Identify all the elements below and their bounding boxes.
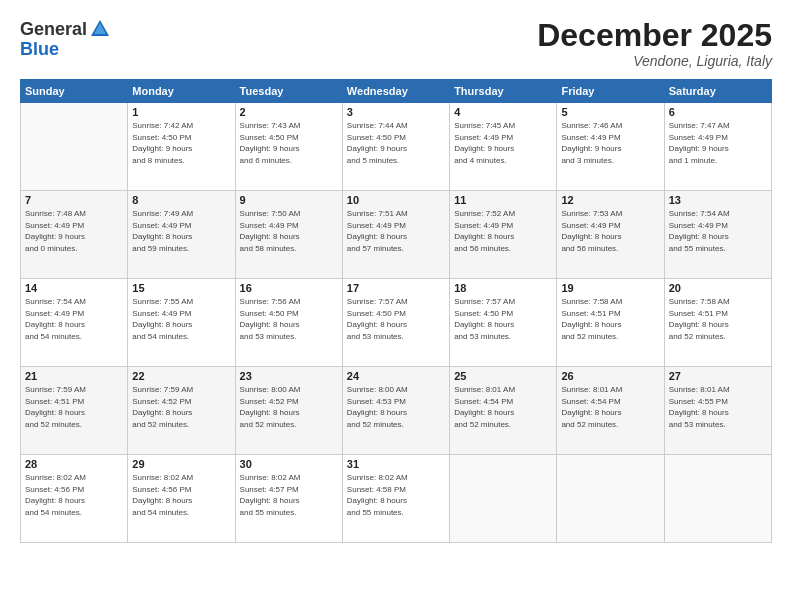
day-info: Sunrise: 7:54 AM Sunset: 4:49 PM Dayligh…	[25, 296, 123, 342]
day-number: 7	[25, 194, 123, 206]
day-info: Sunrise: 7:58 AM Sunset: 4:51 PM Dayligh…	[669, 296, 767, 342]
day-number: 16	[240, 282, 338, 294]
table-row: 12Sunrise: 7:53 AM Sunset: 4:49 PM Dayli…	[557, 191, 664, 279]
day-info: Sunrise: 7:58 AM Sunset: 4:51 PM Dayligh…	[561, 296, 659, 342]
day-info: Sunrise: 7:54 AM Sunset: 4:49 PM Dayligh…	[669, 208, 767, 254]
table-row: 23Sunrise: 8:00 AM Sunset: 4:52 PM Dayli…	[235, 367, 342, 455]
day-info: Sunrise: 7:52 AM Sunset: 4:49 PM Dayligh…	[454, 208, 552, 254]
day-number: 3	[347, 106, 445, 118]
table-row: 13Sunrise: 7:54 AM Sunset: 4:49 PM Dayli…	[664, 191, 771, 279]
table-row: 16Sunrise: 7:56 AM Sunset: 4:50 PM Dayli…	[235, 279, 342, 367]
day-number: 17	[347, 282, 445, 294]
calendar-row: 7Sunrise: 7:48 AM Sunset: 4:49 PM Daylig…	[21, 191, 772, 279]
day-info: Sunrise: 7:57 AM Sunset: 4:50 PM Dayligh…	[454, 296, 552, 342]
day-number: 30	[240, 458, 338, 470]
day-info: Sunrise: 8:02 AM Sunset: 4:56 PM Dayligh…	[132, 472, 230, 518]
calendar-row: 28Sunrise: 8:02 AM Sunset: 4:56 PM Dayli…	[21, 455, 772, 543]
day-number: 18	[454, 282, 552, 294]
table-row: 14Sunrise: 7:54 AM Sunset: 4:49 PM Dayli…	[21, 279, 128, 367]
table-row: 6Sunrise: 7:47 AM Sunset: 4:49 PM Daylig…	[664, 103, 771, 191]
day-info: Sunrise: 7:51 AM Sunset: 4:49 PM Dayligh…	[347, 208, 445, 254]
day-info: Sunrise: 7:59 AM Sunset: 4:51 PM Dayligh…	[25, 384, 123, 430]
day-number: 26	[561, 370, 659, 382]
day-info: Sunrise: 8:00 AM Sunset: 4:52 PM Dayligh…	[240, 384, 338, 430]
logo: General Blue	[20, 18, 111, 58]
table-row: 4Sunrise: 7:45 AM Sunset: 4:49 PM Daylig…	[450, 103, 557, 191]
weekday-header-row: Sunday Monday Tuesday Wednesday Thursday…	[21, 80, 772, 103]
header: General Blue December 2025 Vendone, Ligu…	[20, 18, 772, 69]
day-info: Sunrise: 8:02 AM Sunset: 4:56 PM Dayligh…	[25, 472, 123, 518]
location: Vendone, Liguria, Italy	[537, 53, 772, 69]
day-number: 23	[240, 370, 338, 382]
day-info: Sunrise: 7:55 AM Sunset: 4:49 PM Dayligh…	[132, 296, 230, 342]
table-row: 28Sunrise: 8:02 AM Sunset: 4:56 PM Dayli…	[21, 455, 128, 543]
day-number: 5	[561, 106, 659, 118]
header-saturday: Saturday	[664, 80, 771, 103]
table-row: 5Sunrise: 7:46 AM Sunset: 4:49 PM Daylig…	[557, 103, 664, 191]
day-info: Sunrise: 7:50 AM Sunset: 4:49 PM Dayligh…	[240, 208, 338, 254]
day-info: Sunrise: 7:59 AM Sunset: 4:52 PM Dayligh…	[132, 384, 230, 430]
table-row: 17Sunrise: 7:57 AM Sunset: 4:50 PM Dayli…	[342, 279, 449, 367]
calendar: Sunday Monday Tuesday Wednesday Thursday…	[20, 79, 772, 543]
day-number: 10	[347, 194, 445, 206]
table-row: 26Sunrise: 8:01 AM Sunset: 4:54 PM Dayli…	[557, 367, 664, 455]
day-number: 25	[454, 370, 552, 382]
calendar-row: 21Sunrise: 7:59 AM Sunset: 4:51 PM Dayli…	[21, 367, 772, 455]
table-row: 25Sunrise: 8:01 AM Sunset: 4:54 PM Dayli…	[450, 367, 557, 455]
day-number: 20	[669, 282, 767, 294]
logo-icon	[89, 18, 111, 40]
day-info: Sunrise: 7:57 AM Sunset: 4:50 PM Dayligh…	[347, 296, 445, 342]
day-info: Sunrise: 7:47 AM Sunset: 4:49 PM Dayligh…	[669, 120, 767, 166]
table-row: 24Sunrise: 8:00 AM Sunset: 4:53 PM Dayli…	[342, 367, 449, 455]
logo-general: General	[20, 20, 87, 38]
day-info: Sunrise: 7:49 AM Sunset: 4:49 PM Dayligh…	[132, 208, 230, 254]
table-row: 8Sunrise: 7:49 AM Sunset: 4:49 PM Daylig…	[128, 191, 235, 279]
table-row: 18Sunrise: 7:57 AM Sunset: 4:50 PM Dayli…	[450, 279, 557, 367]
header-thursday: Thursday	[450, 80, 557, 103]
day-info: Sunrise: 7:48 AM Sunset: 4:49 PM Dayligh…	[25, 208, 123, 254]
day-info: Sunrise: 7:46 AM Sunset: 4:49 PM Dayligh…	[561, 120, 659, 166]
day-info: Sunrise: 8:00 AM Sunset: 4:53 PM Dayligh…	[347, 384, 445, 430]
day-info: Sunrise: 7:45 AM Sunset: 4:49 PM Dayligh…	[454, 120, 552, 166]
table-row	[21, 103, 128, 191]
day-info: Sunrise: 7:44 AM Sunset: 4:50 PM Dayligh…	[347, 120, 445, 166]
header-sunday: Sunday	[21, 80, 128, 103]
day-info: Sunrise: 7:56 AM Sunset: 4:50 PM Dayligh…	[240, 296, 338, 342]
day-number: 22	[132, 370, 230, 382]
table-row: 9Sunrise: 7:50 AM Sunset: 4:49 PM Daylig…	[235, 191, 342, 279]
title-block: December 2025 Vendone, Liguria, Italy	[537, 18, 772, 69]
table-row: 29Sunrise: 8:02 AM Sunset: 4:56 PM Dayli…	[128, 455, 235, 543]
day-number: 19	[561, 282, 659, 294]
day-info: Sunrise: 8:01 AM Sunset: 4:54 PM Dayligh…	[561, 384, 659, 430]
table-row: 11Sunrise: 7:52 AM Sunset: 4:49 PM Dayli…	[450, 191, 557, 279]
table-row: 10Sunrise: 7:51 AM Sunset: 4:49 PM Dayli…	[342, 191, 449, 279]
table-row: 2Sunrise: 7:43 AM Sunset: 4:50 PM Daylig…	[235, 103, 342, 191]
day-number: 8	[132, 194, 230, 206]
day-number: 11	[454, 194, 552, 206]
table-row: 20Sunrise: 7:58 AM Sunset: 4:51 PM Dayli…	[664, 279, 771, 367]
header-monday: Monday	[128, 80, 235, 103]
logo-blue: Blue	[20, 40, 111, 58]
day-info: Sunrise: 8:02 AM Sunset: 4:57 PM Dayligh…	[240, 472, 338, 518]
day-number: 29	[132, 458, 230, 470]
table-row: 1Sunrise: 7:42 AM Sunset: 4:50 PM Daylig…	[128, 103, 235, 191]
day-number: 1	[132, 106, 230, 118]
day-number: 6	[669, 106, 767, 118]
day-number: 14	[25, 282, 123, 294]
day-number: 2	[240, 106, 338, 118]
day-number: 31	[347, 458, 445, 470]
day-number: 12	[561, 194, 659, 206]
header-wednesday: Wednesday	[342, 80, 449, 103]
table-row: 7Sunrise: 7:48 AM Sunset: 4:49 PM Daylig…	[21, 191, 128, 279]
day-info: Sunrise: 7:43 AM Sunset: 4:50 PM Dayligh…	[240, 120, 338, 166]
table-row	[557, 455, 664, 543]
day-number: 28	[25, 458, 123, 470]
day-info: Sunrise: 8:01 AM Sunset: 4:54 PM Dayligh…	[454, 384, 552, 430]
day-info: Sunrise: 8:02 AM Sunset: 4:58 PM Dayligh…	[347, 472, 445, 518]
month-title: December 2025	[537, 18, 772, 53]
table-row: 30Sunrise: 8:02 AM Sunset: 4:57 PM Dayli…	[235, 455, 342, 543]
day-number: 24	[347, 370, 445, 382]
table-row: 27Sunrise: 8:01 AM Sunset: 4:55 PM Dayli…	[664, 367, 771, 455]
day-number: 27	[669, 370, 767, 382]
calendar-row: 1Sunrise: 7:42 AM Sunset: 4:50 PM Daylig…	[21, 103, 772, 191]
